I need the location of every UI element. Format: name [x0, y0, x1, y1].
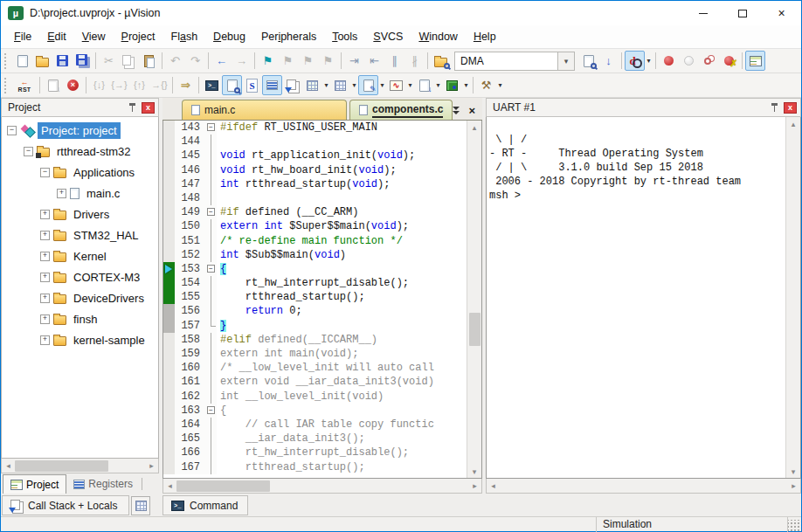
resize-grip[interactable]: [788, 520, 800, 532]
open-file-button[interactable]: [32, 51, 52, 71]
menu-window[interactable]: Window: [411, 27, 465, 46]
disable-all-breakpoints-button[interactable]: [699, 51, 719, 71]
registers-window-button[interactable]: [262, 75, 282, 95]
save-button[interactable]: [52, 51, 73, 71]
tree-item-kernel-sample[interactable]: +kernel-sample: [2, 329, 158, 350]
tree-item-kernel[interactable]: +Kernel: [2, 245, 158, 266]
step-button[interactable]: {↓}: [89, 75, 109, 95]
scroll-left-icon[interactable]: ◂: [163, 480, 176, 493]
menu-view[interactable]: View: [74, 27, 114, 46]
tree-item-drivers[interactable]: +Drivers: [2, 204, 158, 225]
scroll-down-icon[interactable]: ▾: [468, 465, 481, 478]
find-in-files-button[interactable]: [431, 51, 451, 71]
tree-expander[interactable]: −: [40, 168, 50, 177]
command-tab[interactable]: >_ Command: [162, 495, 248, 515]
memory-window-dropdown[interactable]: ▾: [350, 75, 358, 95]
tab-project[interactable]: Project: [3, 474, 66, 494]
code-area[interactable]: 143−#ifdef RT_USING_USER_MAIN144145void …: [163, 121, 467, 478]
tab-components-c[interactable]: components.c: [349, 100, 453, 120]
unindent-button[interactable]: ⇤: [364, 51, 384, 71]
bookmark-toggle-button[interactable]: ⚑: [258, 51, 278, 71]
tree-item-cortex-m3[interactable]: +CORTEX-M3: [2, 266, 158, 287]
scrollbar-thumb[interactable]: [469, 313, 481, 346]
tree-expander[interactable]: −: [7, 126, 17, 135]
target-select-value[interactable]: DMA: [454, 52, 557, 71]
tree-expander[interactable]: +: [40, 231, 50, 240]
pin-icon[interactable]: [128, 102, 137, 113]
fold-margin[interactable]: −: [206, 404, 217, 418]
menu-help[interactable]: Help: [466, 27, 504, 46]
bookmark-clear-all-button[interactable]: ⚑: [318, 51, 338, 71]
bookmark-next-button[interactable]: ⚑: [298, 51, 318, 71]
scroll-up-icon[interactable]: ▴: [468, 121, 481, 134]
redo-button[interactable]: ↷: [185, 51, 205, 71]
scroll-right-icon[interactable]: ▸: [468, 480, 481, 493]
tab-registers[interactable]: Registers: [66, 474, 140, 494]
new-file-button[interactable]: [12, 51, 32, 71]
tree-expander[interactable]: +: [40, 210, 50, 219]
tree-item-applications[interactable]: −Applications: [2, 162, 158, 183]
uart-output[interactable]: \ | / - RT - Thread Operating System / |…: [487, 117, 785, 478]
target-select-dropdown[interactable]: ▾: [557, 52, 575, 71]
find-in-document-button[interactable]: [578, 51, 598, 71]
uart-vscrollbar[interactable]: ▴ ▾: [785, 117, 800, 478]
toolbox-dropdown[interactable]: ▾: [496, 75, 504, 95]
menu-flash[interactable]: Flash: [163, 27, 206, 46]
memory-window-button[interactable]: [330, 75, 350, 95]
tree-item-finsh[interactable]: +finsh: [2, 308, 158, 329]
menu-edit[interactable]: Edit: [39, 27, 74, 46]
watch-window-dropdown[interactable]: ▾: [322, 75, 330, 95]
bookmark-prev-button[interactable]: ⚑: [278, 51, 298, 71]
paste-button[interactable]: [139, 51, 159, 71]
pin-icon[interactable]: [771, 102, 779, 113]
call-stack-window-button[interactable]: [282, 75, 302, 95]
step-over-button[interactable]: {→}: [109, 75, 129, 95]
menu-peripherals[interactable]: Peripherals: [253, 27, 324, 46]
incremental-find-button[interactable]: ↓: [598, 51, 619, 71]
scroll-down-icon[interactable]: ▾: [787, 465, 800, 478]
editor-vscrollbar[interactable]: ▴ ▾: [467, 121, 481, 478]
trace-window-dropdown[interactable]: ▾: [434, 75, 442, 95]
menu-tools[interactable]: Tools: [324, 27, 365, 46]
uart-hscrollbar[interactable]: ◂ ▸: [486, 479, 801, 494]
disassembly-window-button[interactable]: [222, 75, 242, 95]
debug-session-button[interactable]: d: [625, 51, 645, 71]
system-viewer-button[interactable]: [442, 75, 462, 95]
toolbar-grip[interactable]: [4, 53, 9, 69]
editor-hscrollbar[interactable]: ◂ ▸: [162, 479, 482, 494]
tree-item-rtthread-stm32[interactable]: −rtthread-stm32: [2, 141, 158, 162]
tree-expander[interactable]: −: [24, 147, 33, 156]
trace-window-button[interactable]: ↓: [414, 75, 434, 95]
tree-item-main-c[interactable]: +main.c: [2, 183, 158, 204]
menu-svcs[interactable]: SVCS: [365, 27, 411, 46]
tree-expander[interactable]: +: [40, 273, 50, 282]
call-stack-tab[interactable]: Call Stack + Locals: [2, 495, 129, 515]
analysis-window-dropdown[interactable]: ▾: [406, 75, 414, 95]
run-button[interactable]: ↓: [43, 75, 63, 95]
serial-window-button[interactable]: ✎: [358, 75, 378, 95]
tree-item-devicedrivers[interactable]: +DeviceDrivers: [2, 287, 158, 308]
tree-expander[interactable]: +: [40, 252, 50, 261]
save-all-button[interactable]: [73, 51, 93, 71]
menu-file[interactable]: File: [6, 27, 39, 46]
tree-expander[interactable]: +: [57, 189, 66, 198]
tree-expander[interactable]: +: [40, 335, 50, 345]
toolbox-button[interactable]: ⚒: [476, 75, 496, 95]
system-viewer-dropdown[interactable]: ▾: [462, 75, 470, 95]
tree-item-project-project[interactable]: −Project: project: [2, 120, 158, 141]
toolbar-grip[interactable]: [4, 78, 9, 93]
indent-button[interactable]: ⇥: [344, 51, 364, 71]
insert-breakpoint-button[interactable]: [659, 51, 679, 71]
memory-view-button[interactable]: [131, 496, 150, 515]
watch-window-button[interactable]: [302, 75, 322, 95]
copy-button[interactable]: [119, 51, 139, 71]
uncomment-button[interactable]: ∦: [404, 51, 425, 71]
uart-panel-close-button[interactable]: x: [784, 102, 797, 114]
window-list-button[interactable]: [453, 107, 460, 114]
analysis-window-button[interactable]: ∿: [386, 75, 406, 95]
reset-cpu-button[interactable]: ← RST: [12, 75, 37, 95]
scroll-left-icon[interactable]: ◂: [2, 459, 15, 473]
stop-button[interactable]: ×: [63, 75, 83, 95]
tree-expander[interactable]: +: [40, 314, 50, 324]
fold-margin[interactable]: −: [206, 205, 217, 219]
